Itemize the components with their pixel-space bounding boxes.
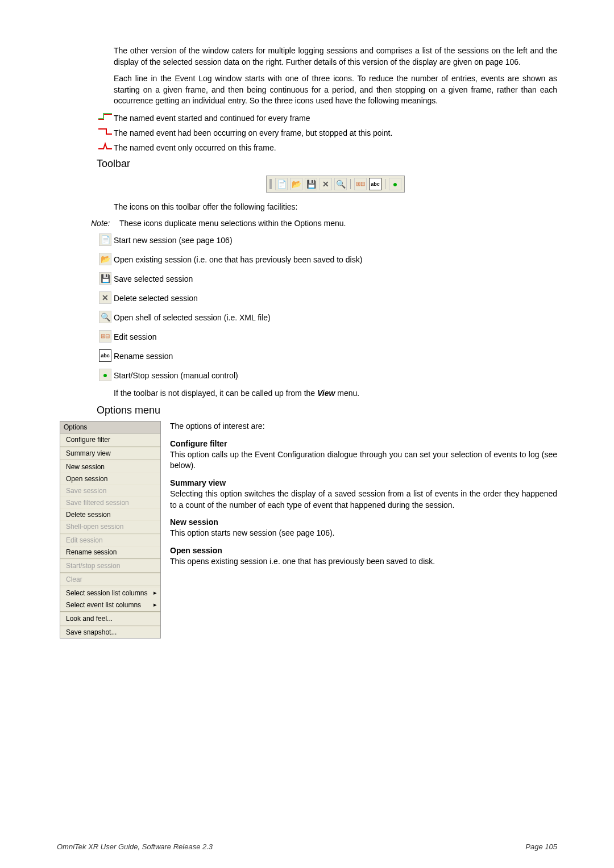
options-menu: Options Configure filterSummary viewNew … [60,421,161,639]
toolbar-heading: Toolbar [97,158,557,170]
edit-session-icon: ⊞⊟ [354,178,367,190]
delete-session-icon: ✕ [99,291,111,304]
menu-separator [60,572,160,573]
note-label: Note: [91,219,119,228]
toolbar-p1: The icons on this toolbar offer the foll… [114,202,557,213]
rename-session-icon: abc [99,349,111,362]
rename-session-icon: abc [369,178,381,190]
intro-paragraph-1: The other version of the window caters f… [114,45,557,68]
tb-desc-3: Delete selected session [114,291,557,303]
shell-open-icon: 🔍 [99,311,111,323]
event-stop-text: The named event had been occurring on ev… [114,127,557,137]
menu-separator [60,533,160,533]
event-once-icon [97,142,114,150]
menu-separator [60,460,160,460]
note-text: These icons duplicate menu selections wi… [119,219,557,228]
options-menu-header: Options [60,422,160,433]
tb-desc-0: Start new session (see page 106) [114,233,557,245]
open-session-icon: 📂 [99,253,111,265]
option-section-body: This opens existing session i.e. one tha… [170,556,557,567]
options-intro: The options of interest are: [170,421,557,432]
menu-item: Shell-open session [60,520,160,532]
option-section-title: Open session [170,546,557,555]
option-section-title: Configure filter [170,439,557,448]
menu-item: Start/stop session [60,560,160,571]
menu-separator [60,625,160,625]
tb-desc-4: Open shell of selected session (i.e. XML… [114,311,557,322]
event-once-text: The named event only occurred on this fr… [114,142,557,152]
event-start-text: The named event started and continued fo… [114,112,557,123]
tb-desc-7: Start/Stop session (manual control) [114,369,557,380]
menu-item[interactable]: Look and feel... [60,612,160,624]
event-start-icon [97,112,114,120]
menu-item: Save filtered session [60,496,160,508]
footer-left: OmniTek XR User Guide, Software Release … [57,842,213,851]
menu-item[interactable]: Select event list columns [60,599,160,611]
save-session-icon: 💾 [305,178,317,190]
menu-separator [60,446,160,446]
option-section-body: This option starts new session (see page… [170,528,557,539]
tb-desc-6: Rename session [114,349,557,361]
toolbar-p2: If the toolbar is not displayed, it can … [114,388,557,399]
menu-item: Clear [60,573,160,585]
save-session-icon: 💾 [99,272,111,285]
menu-item: Edit session [60,534,160,546]
option-section-title: Summary view [170,478,557,487]
new-session-icon: 📄 [275,178,288,190]
new-session-icon: 📄 [99,233,111,246]
start-stop-icon: ● [389,178,401,190]
footer-right: Page 105 [525,842,557,851]
tb-desc-5: Edit session [114,330,557,341]
intro-paragraph-2: Each line in the Event Log window starts… [114,73,557,107]
start-stop-icon: ● [99,369,111,381]
menu-item[interactable]: Summary view [60,447,160,459]
menu-item[interactable]: Open session [60,473,160,485]
tb-desc-2: Save selected session [114,272,557,283]
toolbar-screenshot: 📄 📂 💾 ✕ 🔍 ⊞⊟ abc ● [114,176,557,193]
menu-item: Save session [60,485,160,496]
menu-separator [60,586,160,586]
option-section-title: New session [170,518,557,527]
menu-separator [60,611,160,612]
menu-item[interactable]: Select session list columns [60,587,160,599]
shell-open-icon: 🔍 [334,178,347,190]
menu-item[interactable]: Rename session [60,546,160,558]
edit-session-icon: ⊞⊟ [99,330,111,343]
menu-item[interactable]: Configure filter [60,433,160,445]
menu-item[interactable]: New session [60,461,160,473]
tb-desc-1: Open existing session (i.e. one that has… [114,253,557,264]
delete-session-icon: ✕ [320,178,332,190]
menu-item[interactable]: Save snapshot... [60,626,160,638]
menu-separator [60,558,160,559]
option-section-body: This option calls up the Event Configura… [170,449,557,471]
option-section-body: Selecting this option switches the displ… [170,489,557,511]
options-heading: Options menu [97,404,557,416]
event-stop-icon [97,127,114,135]
open-session-icon: 📂 [290,178,302,190]
menu-item[interactable]: Delete session [60,508,160,520]
